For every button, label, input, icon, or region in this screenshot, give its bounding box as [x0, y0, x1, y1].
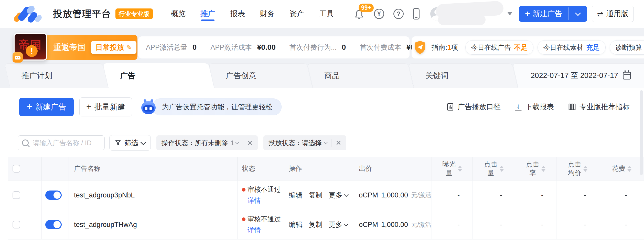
create-ad-split-button[interactable]: + 新建广告 [519, 6, 587, 22]
stat-activation-cost: APP激活成本 ¥0.00 [210, 43, 276, 52]
more-action[interactable]: 更多 [329, 191, 348, 200]
nav-item-overview[interactable]: 概览 [171, 0, 186, 28]
row-checkbox[interactable] [13, 221, 20, 228]
header-spend[interactable]: 花费 [599, 157, 644, 180]
row-checkbox[interactable] [13, 191, 20, 199]
remove-chip-icon[interactable] [336, 140, 341, 146]
edition-badge: 行业专业版 [115, 8, 153, 19]
bid-value: 1,000.00 [381, 221, 408, 229]
ads-toolbar: + 新建广告 + 批量新建 为广告设置托管功能，让管理更轻松 广告播放口径 [19, 97, 630, 116]
ad-enabled-toggle[interactable] [45, 191, 62, 200]
notification-count-badge: 99+ [359, 4, 374, 12]
indicator-budget-diagnosis[interactable]: 诊断预算 充足 [610, 40, 644, 55]
edit-action[interactable]: 编辑 [289, 191, 303, 200]
account-menu[interactable] [430, 3, 512, 25]
guide-shield-icon[interactable] [413, 39, 427, 55]
help-question-icon[interactable]: ? [393, 9, 404, 19]
tab-keywords[interactable]: 关键词 [411, 63, 515, 88]
ctr-value: - [515, 181, 556, 210]
mobile-app-icon[interactable] [413, 8, 420, 19]
switch-version-label: 通用版 [606, 9, 628, 19]
nav-item-assets[interactable]: 资产 [289, 0, 304, 28]
cpc-value: - [556, 181, 599, 210]
account-tag-editor[interactable]: 日常投放 ✎ [91, 41, 136, 54]
status-detail-link[interactable]: 详情 [248, 226, 261, 235]
switch-version-button[interactable]: ⇌ 通用版 [592, 6, 634, 22]
nav-item-reports[interactable]: 报表 [230, 0, 245, 28]
select-all-checkbox[interactable] [13, 165, 20, 173]
tab-ads[interactable]: 广告 [106, 63, 211, 88]
tab-creatives[interactable]: 广告创意 [211, 63, 310, 88]
guide-count-text[interactable]: 指南:1项 [432, 43, 458, 52]
remove-chip-icon[interactable] [247, 140, 253, 146]
header-clicks[interactable]: 点击 量 [473, 157, 515, 180]
status-dot-icon [242, 188, 245, 192]
download-report-link[interactable]: ↓ 下载报表 [514, 102, 554, 112]
create-ad-main[interactable]: + 新建广告 [519, 6, 568, 22]
filter-button[interactable]: 筛选 [109, 135, 151, 151]
sort-icons[interactable] [541, 166, 545, 172]
nav-item-promotion[interactable]: 推广 [200, 0, 215, 28]
header-ad-name: 广告名称 [69, 157, 238, 180]
ad-enabled-toggle[interactable] [45, 220, 62, 229]
nav-item-tools[interactable]: 工具 [319, 0, 334, 28]
sort-icons[interactable] [458, 166, 462, 172]
nav-item-finance[interactable]: 财务 [260, 0, 275, 28]
notifications-button[interactable]: 99+ [353, 8, 365, 19]
status-sufficient: 充足 [586, 43, 600, 52]
indicator-online-creatives[interactable]: 今日在线素材 充足 [538, 40, 606, 55]
warning-badge-icon: ! [26, 45, 38, 57]
vertical-scrollbar[interactable] [640, 90, 643, 175]
copy-action[interactable]: 复制 [309, 220, 323, 229]
more-action[interactable]: 更多 [329, 220, 348, 229]
batch-create-button[interactable]: + 批量新建 [79, 97, 132, 116]
header-cpc[interactable]: 点击 均价 [556, 157, 599, 180]
account-stats-panel: APP激活总量 0 APP激活成本 ¥0.00 首次付费行为... 0 首次付费… [138, 36, 410, 58]
assistant-tip-bubble[interactable]: 为广告设置托管功能，让管理更轻松 [152, 98, 282, 115]
batch-create-label: 批量新建 [94, 102, 125, 112]
ad-status: 审核不通过 [242, 215, 281, 224]
platform-logo-icon[interactable] [15, 5, 39, 22]
status-dot-icon [242, 217, 245, 221]
header-status: 状态 [238, 157, 284, 180]
edit-action[interactable]: 编辑 [289, 220, 303, 229]
ad-name[interactable]: test_adgroup3pNbL [74, 191, 135, 199]
search-box[interactable] [18, 135, 105, 150]
create-ad-dropdown[interactable] [569, 6, 587, 22]
clicks-value: - [473, 210, 515, 239]
indicator-online-ads[interactable]: 今日在线广告 不足 [465, 40, 533, 55]
account-dropdown-caret-icon[interactable] [508, 12, 512, 15]
chip-count[interactable]: 1 [231, 139, 239, 147]
create-ad-button[interactable]: + 新建广告 [19, 98, 74, 116]
clicks-value: - [473, 181, 515, 210]
filter-chip-operation-status[interactable]: 操作状态： 所有未删除 1 [156, 135, 258, 150]
funnel-icon [115, 139, 121, 146]
balance-yuan-icon[interactable]: ¥ [374, 9, 384, 19]
ads-content-area: + 新建广告 + 批量新建 为广告设置托管功能，让管理更轻松 广告播放口径 [0, 88, 644, 240]
nav-icon-group: 99+ ¥ ? [353, 8, 420, 19]
spend-value: - [599, 181, 644, 210]
chevron-down-icon [324, 140, 328, 144]
tab-campaigns[interactable]: 推广计划 [7, 63, 105, 88]
sort-icons[interactable] [500, 166, 504, 172]
status-detail-link[interactable]: 详情 [248, 196, 261, 205]
chip-dropdown[interactable] [324, 142, 327, 144]
table-header: 广告名称 状态 操作 出价 曝光 量 点击 量 点击 率 点击 均价 花费 [8, 157, 644, 181]
header-toggle-column [42, 157, 69, 180]
date-range-picker[interactable]: 2022-07-17 至 2022-07-17 [515, 63, 644, 88]
search-input[interactable] [32, 139, 100, 147]
recommended-metrics-link[interactable]: 专业版推荐指标 [568, 102, 630, 112]
stat-app-activations: APP激活总量 0 [146, 43, 197, 52]
game-thumbnail[interactable]: 帝国 ! [14, 33, 47, 61]
filter-chip-delivery-status[interactable]: 投放状态： 请选择 [263, 135, 346, 150]
chip-value: 请选择 [302, 138, 322, 147]
sort-icons[interactable] [627, 166, 631, 172]
sort-icons[interactable] [583, 166, 587, 172]
copy-action[interactable]: 复制 [309, 191, 323, 200]
assistant-tip[interactable]: 为广告设置托管功能，让管理更轻松 [141, 98, 282, 115]
header-impressions[interactable]: 曝光 量 [432, 157, 473, 180]
playback-caliber-link[interactable]: 广告播放口径 [446, 102, 501, 112]
tab-products[interactable]: 商品 [310, 63, 411, 88]
header-ctr[interactable]: 点击 率 [515, 157, 556, 180]
ad-name[interactable]: test_adgroupTHwAg [74, 221, 137, 229]
